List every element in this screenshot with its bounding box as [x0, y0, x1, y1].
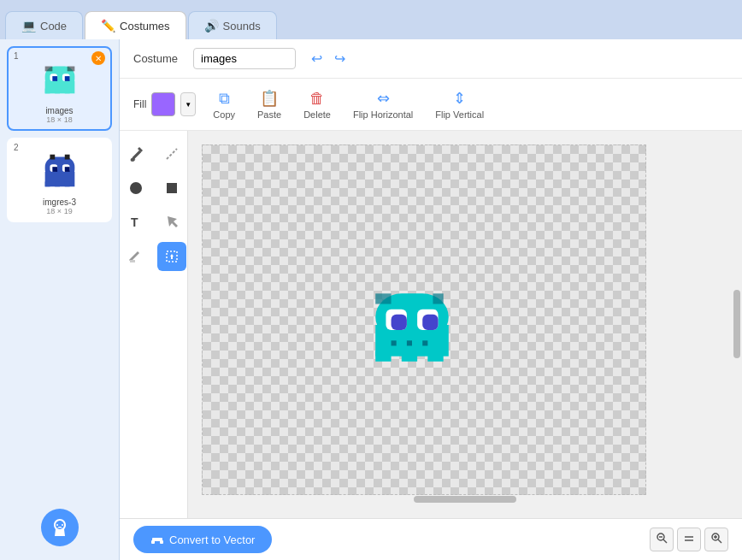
- svg-rect-21: [64, 154, 69, 159]
- paste-label: Paste: [257, 109, 281, 120]
- paste-button[interactable]: 📋 Paste: [252, 85, 286, 123]
- tab-costumes-label: Costumes: [120, 20, 170, 32]
- costume-number-2: 2: [14, 143, 19, 152]
- svg-rect-20: [50, 154, 55, 159]
- line-tool[interactable]: [157, 139, 186, 168]
- svg-rect-41: [422, 340, 427, 345]
- flip-v-button[interactable]: ⇕ Flip Vertical: [430, 85, 489, 123]
- svg-rect-7: [52, 76, 57, 81]
- circle-tool[interactable]: [121, 174, 150, 203]
- brush-tool[interactable]: [121, 139, 150, 168]
- costume-name-2: imgres-3: [43, 197, 76, 207]
- bottom-bar: Convert to Vector: [120, 518, 742, 560]
- svg-line-47: [663, 539, 667, 543]
- costume-thumb-2: [34, 144, 85, 196]
- svg-rect-44: [160, 540, 163, 544]
- costume-label: Costume: [133, 52, 185, 65]
- convert-to-vector-button[interactable]: Convert to Vector: [133, 526, 272, 553]
- costume-name-input[interactable]: [193, 48, 296, 69]
- tool-row-1: [121, 139, 186, 168]
- svg-rect-40: [407, 340, 412, 345]
- costume-thumb-1: [34, 53, 85, 104]
- tab-costumes[interactable]: ✏️ Costumes: [85, 11, 186, 39]
- svg-line-53: [718, 539, 721, 543]
- svg-rect-38: [433, 293, 443, 304]
- delete-icon: 🗑: [309, 90, 325, 108]
- checkerboard: [202, 144, 646, 495]
- costume-delete-1[interactable]: ✕: [91, 51, 105, 65]
- svg-rect-43: [151, 540, 155, 544]
- tool-row-4: [121, 242, 186, 271]
- fill-dropdown-arrow[interactable]: ▼: [180, 92, 196, 116]
- redo-button[interactable]: ↪: [331, 49, 349, 68]
- marquee-tool[interactable]: [157, 242, 186, 271]
- text-tool[interactable]: T: [121, 208, 150, 237]
- svg-rect-30: [375, 351, 391, 362]
- tab-code-label: Code: [40, 20, 67, 32]
- svg-text:T: T: [131, 215, 138, 229]
- costume-number-1: 1: [14, 51, 19, 61]
- undo-button[interactable]: ↩: [308, 49, 326, 68]
- delete-button[interactable]: 🗑 Delete: [298, 86, 336, 123]
- svg-rect-35: [392, 315, 407, 330]
- fill-color-swatch[interactable]: [151, 92, 175, 116]
- costumes-icon: ✏️: [101, 19, 115, 32]
- svg-rect-19: [64, 167, 69, 172]
- ghost-sprite: [361, 278, 463, 374]
- canvas-scrollbar-h-thumb: [414, 496, 516, 503]
- tab-code[interactable]: 💻 Code: [5, 11, 83, 39]
- zoom-out-button[interactable]: [650, 528, 674, 551]
- costume-item-2[interactable]: 2: [7, 138, 112, 222]
- svg-rect-37: [375, 293, 391, 304]
- zoom-controls: [650, 528, 728, 551]
- tool-row-3: T: [121, 208, 186, 237]
- svg-rect-24: [167, 183, 177, 193]
- convert-label: Convert to Vector: [169, 533, 255, 546]
- svg-rect-26: [130, 260, 135, 262]
- svg-rect-15: [64, 181, 69, 186]
- tab-bar: 💻 Code ✏️ Costumes 🔊 Sounds: [0, 0, 742, 39]
- svg-rect-39: [392, 340, 397, 345]
- pointer-tool[interactable]: [157, 208, 186, 237]
- zoom-eq-icon: [683, 533, 695, 547]
- costume-size-2: 18 × 19: [46, 207, 72, 215]
- svg-rect-36: [422, 315, 438, 330]
- canvas-scrollbar-v[interactable]: [732, 144, 742, 518]
- zoom-in-button[interactable]: [704, 528, 728, 551]
- fill-section: Fill ▼: [133, 92, 196, 116]
- svg-line-22: [167, 149, 177, 159]
- copy-button[interactable]: ⧉ Copy: [208, 86, 240, 123]
- svg-rect-14: [55, 181, 60, 186]
- delete-label: Delete: [303, 109, 331, 120]
- sounds-icon: 🔊: [204, 19, 219, 32]
- svg-point-23: [130, 182, 142, 194]
- flip-h-button[interactable]: ⇔ Flip Horizontal: [348, 85, 418, 123]
- tab-sounds[interactable]: 🔊 Sounds: [188, 11, 277, 39]
- svg-rect-10: [67, 67, 74, 72]
- svg-rect-2: [44, 89, 50, 94]
- svg-rect-32: [427, 351, 443, 362]
- undo-redo-group: ↩ ↪: [308, 49, 349, 68]
- canvas-inner: [202, 144, 728, 504]
- flip-h-label: Flip Horizontal: [353, 109, 413, 120]
- svg-rect-13: [44, 181, 50, 186]
- canvas-container[interactable]: [188, 131, 742, 518]
- svg-rect-8: [64, 76, 69, 81]
- paste-icon: 📋: [260, 89, 279, 108]
- eraser-tool[interactable]: [121, 242, 150, 271]
- zoom-reset-button[interactable]: [677, 528, 701, 551]
- flip-h-icon: ⇔: [377, 89, 390, 108]
- costume-item-1[interactable]: 1 ✕: [7, 46, 112, 131]
- canvas-scrollbar-h[interactable]: [215, 496, 715, 504]
- add-costume-button[interactable]: [41, 509, 79, 546]
- svg-rect-9: [44, 67, 52, 72]
- editor-area: Costume ↩ ↪ Fill ▼ ⧉ Copy 📋 Paste: [120, 39, 742, 560]
- flip-v-icon: ⇕: [453, 89, 466, 108]
- tool-row-2: [121, 174, 186, 203]
- copy-icon: ⧉: [219, 90, 230, 108]
- zoom-in-icon: [710, 531, 723, 548]
- tools-sidebar: T: [120, 131, 188, 518]
- canvas-section: T: [120, 131, 742, 518]
- svg-rect-18: [52, 167, 57, 172]
- rect-tool[interactable]: [157, 174, 186, 203]
